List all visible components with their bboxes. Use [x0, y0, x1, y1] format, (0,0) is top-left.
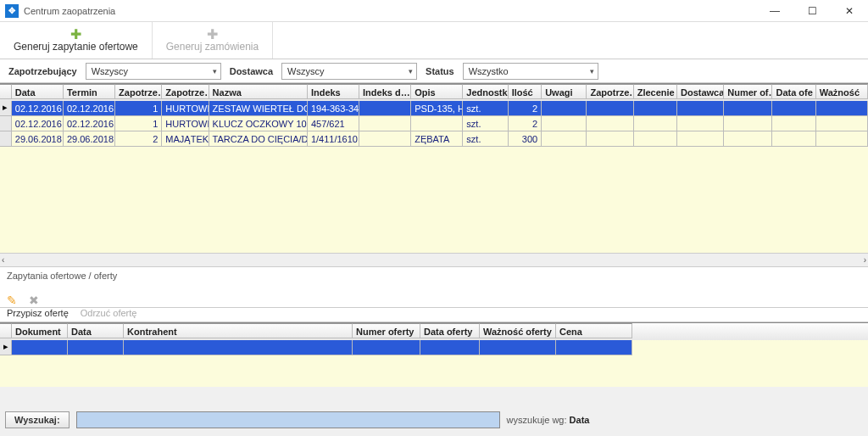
offers-grid-header: Dokument Data Kontrahent Numer oferty Da… [0, 323, 868, 340]
col2-cena[interactable]: Cena [556, 323, 632, 338]
grid-row[interactable]: 02.12.2016 02.12.2016 1 HURTOWNI KLUCZ O… [0, 116, 868, 131]
reject-offer-label: Odrzuć ofertę [81, 308, 137, 318]
col-dostawca[interactable]: Dostawca [677, 84, 724, 99]
col-zapotrze2[interactable]: Zapotrze… [162, 84, 209, 99]
main-grid[interactable]: Data Termin Zapotrze… Zapotrze… Nazwa In… [0, 83, 868, 266]
col2-waznosc-oferty[interactable]: Ważność oferty [480, 323, 556, 338]
col2-data[interactable]: Data [68, 323, 124, 338]
col2-numer-oferty[interactable]: Numer oferty [353, 323, 420, 338]
search-hint: wyszukuje wg: Data [507, 415, 590, 425]
generate-orders-label: Generuj zamówienia [166, 41, 259, 53]
col-data[interactable]: Data [12, 84, 64, 99]
plus-icon: ✚ [14, 29, 138, 41]
offers-grid[interactable]: Dokument Data Kontrahent Numer oferty Da… [0, 322, 868, 387]
section-zapytania-label: Zapytania ofertowe / oferty [0, 266, 868, 284]
filter-bar: Zapotrzebujący Wszyscy Dostawca Wszyscy … [0, 59, 868, 83]
window-title: Centrum zaopatrzenia [24, 6, 115, 16]
horizontal-scrollbar[interactable]: ‹› [0, 253, 868, 266]
col-zapotrze1[interactable]: Zapotrze… [115, 84, 162, 99]
col2-dokument[interactable]: Dokument [12, 323, 68, 338]
col-waznosc[interactable]: Ważność [816, 84, 868, 99]
col2-kontrahent[interactable]: Kontrahent [124, 323, 353, 338]
assign-offer-button[interactable]: ✎ [7, 293, 17, 307]
cross-icon: ✖ [29, 293, 39, 307]
dostawca-label: Dostawca [230, 66, 273, 76]
generate-orders-button: ✚ Generuj zamówienia [153, 22, 273, 59]
window-titlebar: ✥ Centrum zaopatrzenia — ☐ ✕ [0, 0, 868, 22]
col-indeks[interactable]: Indeks [308, 84, 359, 99]
offers-grid-row[interactable]: ▸ [0, 340, 868, 355]
col-zlecenie[interactable]: Zlecenie [634, 84, 677, 99]
zapotrzebujacy-label: Zapotrzebujący [8, 66, 77, 76]
reject-offer-button: ✖ [29, 293, 39, 307]
search-bar: Wyszukaj: wyszukuje wg: Data [5, 409, 863, 431]
app-icon: ✥ [5, 4, 19, 18]
main-toolbar: ✚ Generuj zapytanie ofertowe ✚ Generuj z… [0, 22, 868, 59]
col-data-ofe[interactable]: Data ofe [772, 84, 815, 99]
row-marker-header [0, 84, 12, 99]
dostawca-combo[interactable]: Wszyscy [281, 63, 417, 80]
search-input[interactable] [76, 411, 500, 428]
plus-icon: ✚ [166, 29, 259, 41]
col-jednostka[interactable]: Jednostka [463, 84, 508, 99]
col-termin[interactable]: Termin [64, 84, 115, 99]
status-combo[interactable]: Wszystko [463, 63, 598, 80]
grid-header: Data Termin Zapotrze… Zapotrze… Nazwa In… [0, 84, 868, 101]
row-indicator-icon: ▸ [0, 101, 12, 116]
col-zapotrze3[interactable]: Zapotrze… [587, 84, 633, 99]
grid-row[interactable]: ▸ 02.12.2016 02.12.2016 1 HURTOWNI ZESTA… [0, 101, 868, 116]
generate-inquiry-button[interactable]: ✚ Generuj zapytanie ofertowe [0, 22, 153, 59]
col-nazwa[interactable]: Nazwa [209, 84, 308, 99]
col2-data-oferty[interactable]: Data oferty [420, 323, 480, 338]
minimize-button[interactable]: — [756, 0, 793, 22]
grid-row[interactable]: 29.06.2018 29.06.2018 2 MAJĄTEK W TARCZA… [0, 131, 868, 147]
close-button[interactable]: ✕ [831, 0, 868, 22]
row-indicator-icon: ▸ [0, 340, 12, 355]
col-uwagi[interactable]: Uwagi [542, 84, 587, 99]
col-opis[interactable]: Opis [411, 84, 463, 99]
zapotrzebujacy-combo[interactable]: Wszyscy [86, 63, 221, 80]
status-label: Status [426, 66, 454, 76]
edit-icon: ✎ [7, 293, 17, 307]
col-numer-of[interactable]: Numer of… [724, 84, 772, 99]
maximize-button[interactable]: ☐ [793, 0, 831, 22]
assign-offer-label[interactable]: Przypisz ofertę [7, 308, 69, 318]
generate-inquiry-label: Generuj zapytanie ofertowe [14, 41, 138, 53]
offers-grid-body[interactable]: ▸ [0, 340, 868, 387]
search-button[interactable]: Wyszukaj: [5, 411, 70, 428]
col-indeks-d[interactable]: Indeks d… [359, 84, 411, 99]
offers-toolbar: ✎ ✖ [0, 284, 868, 308]
grid-body[interactable]: ▸ 02.12.2016 02.12.2016 1 HURTOWNI ZESTA… [0, 101, 868, 253]
col-ilosc[interactable]: Ilość [509, 84, 542, 99]
